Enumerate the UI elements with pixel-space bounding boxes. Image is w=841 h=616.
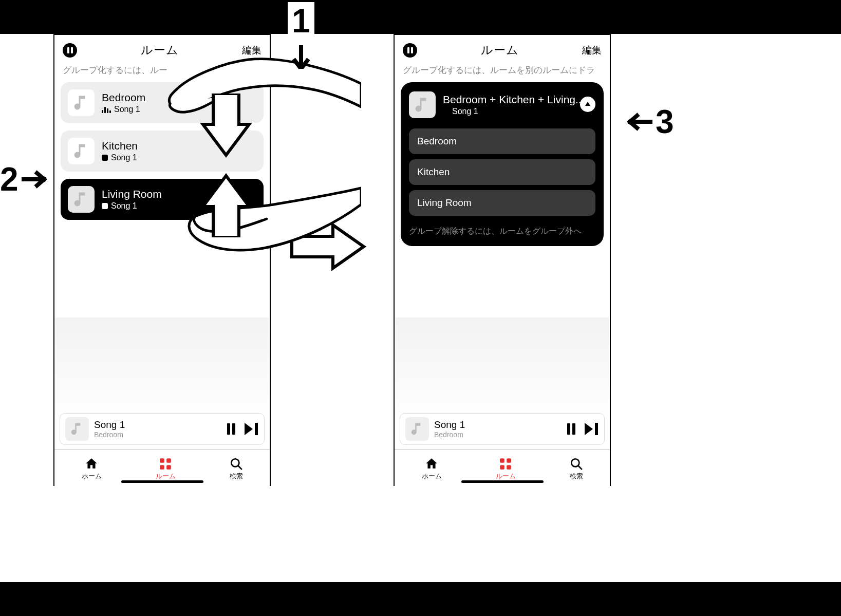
stopped-icon — [102, 203, 108, 209]
home-icon — [85, 457, 98, 471]
album-art-icon — [65, 417, 89, 441]
svg-rect-0 — [160, 458, 164, 463]
svg-rect-5 — [500, 458, 504, 463]
room-name: Kitchen — [102, 140, 138, 152]
next-track-button[interactable] — [245, 423, 259, 435]
tab-search[interactable]: 検索 — [230, 457, 243, 481]
callout-3: 3 — [622, 103, 674, 141]
now-playing-title: Song 1 — [94, 419, 222, 431]
group-member[interactable]: Living Room — [409, 190, 595, 216]
screen-after: ルーム 編集 グループ化するには、ルームを別のルームにドラ Bedroom + … — [394, 34, 611, 486]
tab-search[interactable]: 検索 — [570, 457, 583, 481]
tab-bar: ホーム ルーム 検索 — [54, 449, 270, 486]
svg-rect-7 — [500, 465, 504, 470]
room-name: Living Room — [102, 188, 162, 200]
bottom-letterbox — [0, 582, 841, 616]
pause-button[interactable] — [567, 423, 575, 435]
search-icon — [230, 457, 243, 471]
group-title: Bedroom + Kitchen + Living.. — [443, 94, 582, 106]
stopped-icon — [443, 108, 449, 115]
tab-rooms[interactable]: ルーム — [496, 457, 516, 481]
background-fade — [396, 318, 609, 420]
callout-2: 2 — [0, 160, 52, 198]
music-icon — [409, 91, 436, 118]
svg-rect-8 — [507, 465, 511, 470]
group-member[interactable]: Kitchen — [409, 159, 595, 185]
now-playing-bar[interactable]: Song 1 Bedroom — [60, 413, 265, 445]
music-icon — [68, 138, 95, 164]
background-fade — [55, 318, 269, 420]
callout-3-label: 3 — [656, 103, 674, 141]
home-icon — [425, 457, 438, 471]
pause-circle-icon[interactable] — [403, 43, 417, 58]
page-title: ルーム — [481, 42, 519, 58]
edit-button[interactable]: 編集 — [242, 44, 261, 57]
edit-button[interactable]: 編集 — [582, 44, 602, 57]
collapse-button[interactable] — [580, 97, 595, 112]
now-playing-bar[interactable]: Song 1 Bedroom — [400, 413, 605, 445]
tab-home[interactable]: ホーム — [422, 457, 442, 481]
svg-point-4 — [231, 459, 239, 466]
now-playing-subtitle: Bedroom — [434, 431, 562, 439]
now-playing-title: Song 1 — [434, 419, 562, 431]
header: ルーム 編集 — [395, 35, 610, 61]
group-song: Song 1 — [443, 107, 582, 116]
next-track-button[interactable] — [585, 423, 599, 435]
room-song: Song 1 — [102, 105, 145, 114]
tab-bar: ホーム ルーム 検索 — [395, 449, 610, 486]
svg-point-9 — [571, 459, 579, 466]
home-indicator — [121, 480, 203, 483]
group-header: Bedroom + Kitchen + Living.. Song 1 — [409, 91, 595, 118]
top-letterbox — [0, 0, 841, 34]
room-song: Song 1 — [102, 201, 162, 211]
callout-2-label: 2 — [0, 160, 18, 198]
now-playing-subtitle: Bedroom — [94, 431, 222, 439]
svg-rect-1 — [166, 458, 171, 463]
album-art-icon — [405, 417, 429, 441]
pause-circle-icon[interactable] — [63, 43, 77, 58]
search-icon — [570, 457, 583, 471]
home-indicator — [461, 480, 544, 483]
grouped-room-card[interactable]: Bedroom + Kitchen + Living.. Song 1 Bedr… — [401, 82, 604, 246]
svg-rect-6 — [507, 458, 511, 463]
grid-icon — [159, 457, 172, 471]
tab-home[interactable]: ホーム — [82, 457, 102, 481]
group-member[interactable]: Bedroom — [409, 128, 595, 154]
stopped-icon — [102, 155, 108, 161]
pinch-gesture-arrows-icon — [190, 94, 252, 237]
group-member-list: Bedroom Kitchen Living Room — [409, 128, 595, 216]
room-song: Song 1 — [102, 153, 138, 162]
room-name: Bedroom — [102, 91, 145, 104]
callout-1-label: 1 — [288, 2, 314, 40]
ungroup-hint: グループ解除するには、ルームをグループ外へ — [409, 226, 595, 237]
playing-eq-icon — [102, 106, 111, 113]
music-icon — [68, 89, 95, 116]
svg-rect-3 — [166, 465, 171, 470]
music-icon — [68, 186, 95, 213]
pause-button[interactable] — [227, 423, 235, 435]
grid-icon — [499, 457, 512, 471]
group-hint: グループ化するには、ルームを別のルームにドラ — [395, 61, 610, 82]
tab-rooms[interactable]: ルーム — [156, 457, 176, 481]
callout-1: 1 — [288, 2, 314, 69]
svg-rect-2 — [160, 465, 164, 470]
